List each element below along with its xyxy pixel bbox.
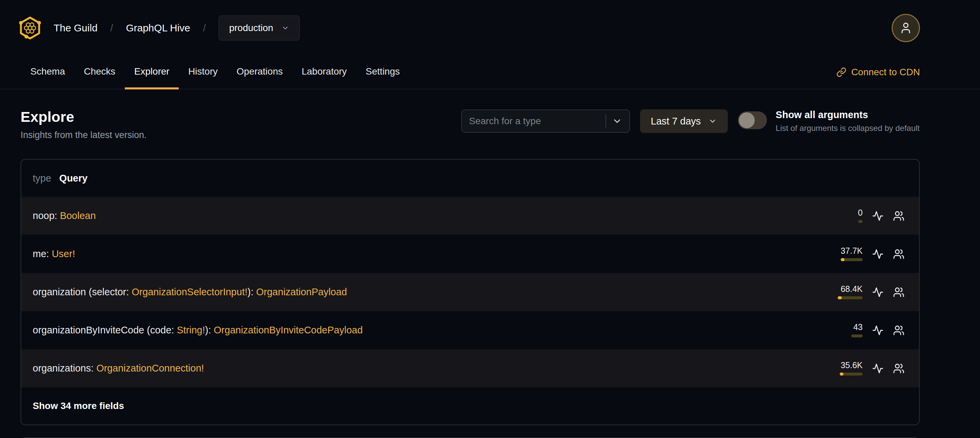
type-link[interactable]: String! bbox=[177, 325, 205, 335]
show-more-fields-button[interactable]: Show 34 more fields bbox=[21, 387, 919, 425]
field-stats: 37.7K bbox=[834, 247, 904, 261]
type-kind-label: type bbox=[33, 173, 51, 184]
field-text: noop: bbox=[33, 210, 60, 221]
activity-pulse-icon[interactable] bbox=[872, 325, 883, 336]
field-text: ): bbox=[248, 287, 256, 297]
controls-right: Last 7 days Show all arguments List of a… bbox=[461, 109, 920, 133]
field-signature: me: User! bbox=[33, 248, 75, 260]
type-link[interactable]: Boolean bbox=[60, 210, 96, 221]
field-usage-count: 43 bbox=[853, 323, 863, 331]
field-signature: organizations: OrganizationConnection! bbox=[33, 363, 204, 374]
page-head: Explore Insights from the latest version… bbox=[21, 109, 147, 140]
toggle-labels: Show all arguments List of arguments is … bbox=[776, 109, 920, 133]
field-usage: 68.4K bbox=[834, 285, 863, 299]
type-link[interactable]: OrganizationPayload bbox=[256, 287, 347, 297]
field-usage-bar-fill bbox=[838, 296, 842, 299]
top-bar: The Guild / GraphQL Hive / production bbox=[0, 0, 980, 56]
hive-logo-icon[interactable] bbox=[19, 16, 41, 40]
type-link[interactable]: OrganizationSelectorInput! bbox=[132, 287, 247, 297]
field-usage-bar-fill bbox=[840, 373, 843, 376]
field-usage-bar bbox=[840, 373, 863, 376]
type-panel-header: type Query bbox=[21, 159, 919, 197]
activity-pulse-icon[interactable] bbox=[872, 248, 883, 260]
tab-schema[interactable]: Schema bbox=[21, 56, 75, 89]
field-row: me: User! 37.7K bbox=[21, 235, 919, 273]
field-usage-bar bbox=[841, 258, 863, 261]
users-icon[interactable] bbox=[893, 248, 904, 260]
link-icon bbox=[836, 67, 846, 77]
field-usage-bar-fill bbox=[841, 258, 845, 261]
field-usage-count: 68.4K bbox=[841, 285, 863, 293]
type-search-dropdown-button[interactable] bbox=[612, 116, 622, 126]
field-usage-count: 35.6K bbox=[841, 361, 863, 370]
field-signature: noop: Boolean bbox=[33, 210, 96, 221]
type-panel-query: type Query noop: Boolean 0 me: User! bbox=[21, 159, 920, 425]
main-content: Explore Insights from the latest version… bbox=[0, 109, 980, 438]
activity-pulse-icon[interactable] bbox=[872, 363, 883, 374]
field-stats: 43 bbox=[834, 323, 904, 338]
show-all-arguments-control: Show all arguments List of arguments is … bbox=[738, 109, 920, 133]
breadcrumb-org[interactable]: The Guild bbox=[54, 22, 97, 34]
type-link[interactable]: User! bbox=[52, 248, 75, 259]
type-link[interactable]: OrganizationByInviteCodePayload bbox=[214, 325, 363, 335]
field-signature: organization (selector: OrganizationSele… bbox=[33, 287, 347, 298]
breadcrumb-separator: / bbox=[110, 22, 113, 34]
field-row: organizationByInviteCode (code: String!)… bbox=[21, 311, 919, 349]
user-avatar[interactable] bbox=[892, 14, 920, 42]
activity-pulse-icon[interactable] bbox=[872, 287, 883, 298]
field-usage-count: 37.7K bbox=[841, 247, 863, 255]
environment-selector-label: production bbox=[229, 22, 273, 33]
nav-tabs: SchemaChecksExplorerHistoryOperationsLab… bbox=[0, 56, 980, 89]
type-search-input[interactable] bbox=[469, 116, 603, 127]
type-name: Query bbox=[59, 173, 88, 184]
field-signature: organizationByInviteCode (code: String!)… bbox=[33, 325, 363, 336]
date-range-selector[interactable]: Last 7 days bbox=[640, 109, 728, 133]
field-stats: 68.4K bbox=[834, 285, 904, 299]
field-usage: 0 bbox=[834, 209, 863, 223]
chevron-down-icon bbox=[708, 117, 717, 126]
connect-to-cdn-label: Connect to CDN bbox=[851, 67, 920, 78]
field-usage-count: 0 bbox=[858, 209, 863, 217]
type-link[interactable]: OrganizationConnection! bbox=[97, 363, 204, 374]
field-usage-bar bbox=[858, 220, 863, 223]
field-stats: 35.6K bbox=[834, 361, 904, 376]
page-subtitle: Insights from the latest version. bbox=[21, 130, 147, 140]
field-usage-bar bbox=[851, 334, 863, 338]
field-usage: 43 bbox=[834, 323, 863, 338]
field-text: organization (selector: bbox=[33, 287, 132, 297]
show-all-arguments-toggle[interactable] bbox=[738, 111, 767, 129]
field-row: organization (selector: OrganizationSele… bbox=[21, 273, 919, 311]
hive-explorer-screen: The Guild / GraphQL Hive / production Sc… bbox=[0, 0, 980, 438]
controls-row: Explore Insights from the latest version… bbox=[21, 109, 920, 140]
users-icon[interactable] bbox=[893, 325, 904, 336]
activity-pulse-icon[interactable] bbox=[872, 210, 883, 222]
field-stats: 0 bbox=[834, 209, 904, 223]
users-icon[interactable] bbox=[893, 363, 904, 374]
breadcrumb-project[interactable]: GraphQL Hive bbox=[126, 22, 190, 34]
users-icon[interactable] bbox=[893, 210, 904, 222]
date-range-label: Last 7 days bbox=[651, 116, 701, 127]
toggle-subtitle: List of arguments is collapsed by defaul… bbox=[776, 124, 920, 133]
field-text: organizations: bbox=[33, 363, 97, 374]
field-rows: noop: Boolean 0 me: User! 37.7K bbox=[21, 197, 919, 387]
type-search-combobox bbox=[461, 110, 630, 132]
connect-to-cdn-button[interactable]: Connect to CDN bbox=[836, 56, 920, 89]
tab-laboratory[interactable]: Laboratory bbox=[292, 56, 356, 89]
page-title: Explore bbox=[21, 109, 147, 125]
tab-explorer[interactable]: Explorer bbox=[125, 56, 179, 89]
search-divider bbox=[606, 115, 606, 128]
field-usage-bar bbox=[838, 296, 863, 299]
chevron-down-icon bbox=[281, 24, 290, 32]
toggle-title: Show all arguments bbox=[776, 109, 920, 121]
tab-settings[interactable]: Settings bbox=[356, 56, 409, 89]
tab-checks[interactable]: Checks bbox=[75, 56, 125, 89]
tab-history[interactable]: History bbox=[179, 56, 227, 89]
environment-selector[interactable]: production bbox=[218, 16, 300, 40]
field-usage: 37.7K bbox=[834, 247, 863, 261]
field-usage: 35.6K bbox=[834, 361, 863, 376]
field-text: me: bbox=[33, 248, 52, 259]
tab-operations[interactable]: Operations bbox=[227, 56, 292, 89]
field-text: ): bbox=[205, 325, 214, 335]
users-icon[interactable] bbox=[893, 287, 904, 298]
user-icon bbox=[899, 22, 912, 34]
